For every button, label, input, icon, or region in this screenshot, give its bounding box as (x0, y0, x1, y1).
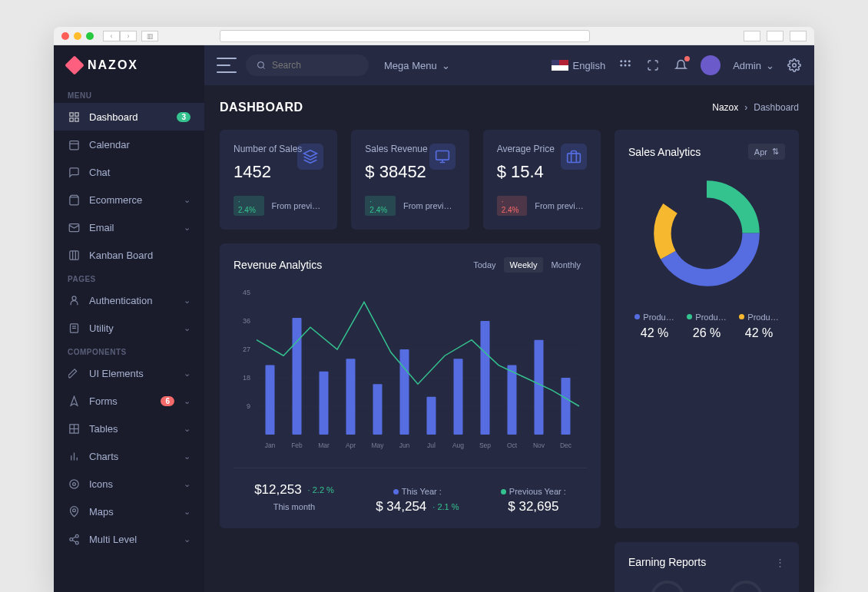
apps-icon[interactable] (618, 58, 633, 73)
gear-icon[interactable] (787, 58, 802, 73)
summary-prev-year: Previous Year : $ 32,695 (501, 482, 566, 514)
legend-label: Produ… (643, 313, 674, 322)
sidebar-item-label: Authentication (89, 295, 174, 306)
svg-rect-3 (75, 117, 78, 121)
summary-value: $12,253 (254, 482, 301, 498)
sidebar-toggle-button[interactable]: ▥ (141, 31, 158, 41)
sidebar-item-label: Ecommerce (89, 194, 174, 206)
svg-text:Sep: Sep (479, 442, 491, 449)
chevron-down-icon: ⌄ (184, 223, 190, 233)
svg-point-25 (75, 534, 78, 537)
home-icon (68, 111, 80, 123)
forward-button[interactable]: › (120, 31, 137, 41)
sidebar-item-charts[interactable]: Charts ⌄ (54, 442, 204, 470)
sidebar-item-icons[interactable]: Icons ⌄ (54, 470, 204, 498)
tab-weekly[interactable]: Weekly (504, 257, 544, 273)
kanban-icon (68, 249, 80, 261)
svg-line-29 (72, 540, 75, 542)
avatar[interactable] (701, 55, 721, 75)
mega-menu-dropdown[interactable]: Mega Menu ⌄ (384, 60, 450, 71)
svg-line-31 (263, 67, 264, 68)
svg-rect-65 (480, 321, 489, 435)
sidebar-item-multi[interactable]: Multi Level ⌄ (54, 525, 204, 553)
sidebar-item-chat[interactable]: Chat (54, 158, 204, 186)
maximize-window-dot[interactable] (86, 32, 94, 40)
svg-text:Mar: Mar (318, 442, 330, 449)
sidebar-item-email[interactable]: Email ⌄ (54, 213, 204, 241)
new-tab-button[interactable] (790, 31, 807, 41)
user-icon (68, 294, 80, 306)
breadcrumb-sep: › (744, 102, 747, 113)
legend-item: Produ… 42 % (733, 310, 785, 340)
svg-point-33 (624, 60, 627, 62)
admin-dropdown[interactable]: Admin ⌄ (733, 60, 774, 71)
menu-heading: MENU (54, 85, 204, 103)
sidebar-item-label: Icons (89, 478, 174, 490)
earning-reports-card: Earning Reports ⋮ Weekly Earnings $2,523 (615, 542, 799, 592)
chevron-updown-icon: ⇅ (772, 147, 779, 157)
summary-value: $ 34,254 (376, 499, 426, 514)
search-input[interactable] (272, 60, 358, 71)
language-selector[interactable]: English (552, 60, 606, 71)
bar-chart-icon (68, 450, 80, 462)
url-bar[interactable] (220, 30, 590, 42)
svg-point-32 (620, 60, 622, 62)
sidebar-item-auth[interactable]: Authentication ⌄ (54, 286, 204, 314)
sidebar-item-maps[interactable]: Maps ⌄ (54, 498, 204, 525)
legend-dot (393, 489, 399, 494)
svg-text:Jul: Jul (427, 442, 436, 449)
sidebar-item-label: UI Elements (89, 368, 174, 379)
svg-rect-68 (561, 378, 570, 435)
mega-menu-label: Mega Menu (384, 60, 437, 71)
close-window-dot[interactable] (61, 32, 69, 40)
sidebar-item-label: Email (89, 222, 174, 233)
sidebar-item-forms[interactable]: Forms 6 ⌄ (54, 387, 204, 415)
chevron-down-icon: ⌄ (184, 195, 190, 205)
minimize-window-dot[interactable] (74, 32, 81, 40)
chevron-down-icon: ⌄ (184, 424, 190, 434)
svg-rect-2 (69, 117, 72, 121)
svg-text:Nov: Nov (533, 442, 545, 449)
summary-pct: · 2.2 % (308, 485, 334, 494)
copy-button[interactable] (767, 31, 784, 41)
tab-today[interactable]: Today (467, 257, 502, 273)
period-select[interactable]: Apr ⇅ (748, 144, 785, 160)
breadcrumb-home[interactable]: Nazox (712, 102, 738, 113)
map-pin-icon (68, 505, 80, 518)
svg-text:Aug: Aug (452, 442, 464, 449)
svg-text:36: 36 (243, 317, 250, 325)
legend-value: 26 % (681, 326, 733, 340)
back-button[interactable]: ‹ (103, 31, 120, 41)
svg-point-34 (628, 60, 631, 62)
logo[interactable]: NAZOX (54, 45, 204, 85)
sidebar-item-dashboard[interactable]: Dashboard 3 (54, 103, 204, 131)
period-value: Apr (754, 147, 767, 157)
card-title: Earning Reports (628, 556, 706, 568)
sidebar-item-kanban[interactable]: Kanban Board (54, 241, 204, 269)
shopping-bag-icon (68, 193, 80, 206)
more-icon[interactable]: ⋮ (775, 557, 785, 568)
pencil-ruler-icon (68, 367, 80, 379)
svg-point-11 (72, 296, 76, 299)
sidebar-item-tables[interactable]: Tables ⌄ (54, 415, 204, 442)
search-box[interactable] (246, 55, 369, 76)
share-button[interactable] (744, 31, 760, 41)
hamburger-toggle[interactable] (217, 58, 237, 73)
notification-dot (684, 56, 690, 61)
sidebar-item-calendar[interactable]: Calendar (54, 131, 204, 158)
svg-text:Apr: Apr (346, 442, 356, 449)
sidebar-item-ui[interactable]: UI Elements ⌄ (54, 359, 204, 387)
briefcase-icon (561, 144, 587, 170)
notifications-icon[interactable] (673, 58, 688, 73)
sidebar-item-ecommerce[interactable]: Ecommerce ⌄ (54, 186, 204, 213)
tab-monthly[interactable]: Monthly (545, 257, 587, 273)
stat-card-revenue: Sales Revenue $ 38452 · 2.4% From previo… (351, 130, 469, 230)
sidebar-item-label: Multi Level (89, 534, 174, 545)
language-label: English (573, 60, 606, 71)
revenue-analytics-card: Revenue Analytics Today Weekly Monthly 9… (220, 243, 601, 528)
sidebar-item-utility[interactable]: Utility ⌄ (54, 314, 204, 342)
fullscreen-icon[interactable] (645, 58, 661, 73)
svg-rect-57 (265, 365, 274, 435)
weekly-ring (651, 580, 684, 592)
forms-icon (68, 395, 80, 407)
